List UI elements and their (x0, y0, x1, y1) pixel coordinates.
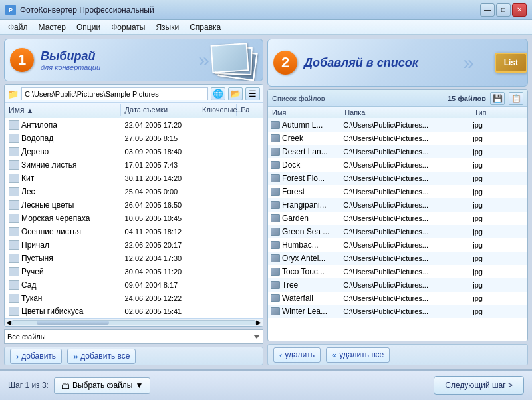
right-file-row[interactable]: Toco Touc... C:\Users\Public\Pictures...… (268, 265, 527, 278)
file-row[interactable]: Лес 25.04.2005 0:00 (5, 185, 263, 198)
right-file-header: Список файлов 15 файлов 💾 📋 (268, 90, 527, 107)
menu-languages[interactable]: Языки (150, 21, 184, 33)
right-file-row[interactable]: Humbac... C:\Users\Public\Pictures... jp… (268, 238, 527, 252)
file-date: 26.04.2005 16:50 (121, 200, 198, 210)
app-title: ФотоКонвертер Профессиональный (20, 5, 154, 15)
file-row[interactable]: Зимние листья 17.01.2005 7:43 (5, 158, 263, 172)
file-date: 25.04.2005 0:00 (121, 187, 198, 196)
file-misc (237, 271, 263, 272)
file-filter-select[interactable]: Все файлы*.jpg*.png*.bmp*.gif (4, 329, 263, 344)
file-row[interactable]: Цветы гибискуса 02.06.2005 15:41 (5, 305, 263, 318)
file-name: Тукан (21, 294, 42, 303)
right-col-name[interactable]: Имя (268, 107, 340, 118)
menu-formats[interactable]: Форматы (106, 21, 150, 33)
remove-all-label: удалить все (339, 350, 384, 359)
file-row[interactable]: Пустыня 12.02.2004 17:30 (5, 252, 263, 265)
file-row[interactable]: Кит 30.11.2005 14:20 (5, 172, 263, 185)
filter-row: Все файлы*.jpg*.png*.bmp*.gif (4, 329, 263, 344)
col-header-misc[interactable]: Ра (237, 104, 263, 116)
save-list-button[interactable]: 💾 (490, 92, 505, 105)
address-input[interactable] (21, 87, 208, 100)
right-file-row[interactable]: Winter Lea... C:\Users\Public\Pictures..… (268, 305, 527, 318)
right-file-row[interactable]: Forest C:\Users\Public\Pictures... jpg (268, 185, 527, 198)
file-icon (9, 200, 19, 210)
file-misc (237, 311, 263, 312)
file-row[interactable]: Лесные цветы 26.04.2005 16:50 (5, 198, 263, 212)
file-row[interactable]: Тукан 24.06.2005 12:22 (5, 292, 263, 305)
remove-all-button[interactable]: « удалить все (326, 347, 390, 363)
right-file-table[interactable]: Имя Папка Тип Autumn L... C:\Users\Publi… (268, 107, 527, 341)
right-file-type: jpg (470, 280, 527, 290)
file-misc (237, 138, 263, 139)
col-header-date[interactable]: Дата съемки (121, 104, 198, 116)
next-step-button[interactable]: Следующий шаг > (434, 376, 524, 395)
file-misc (237, 244, 263, 246)
right-file-row[interactable]: Creek C:\Users\Public\Pictures... jpg (268, 132, 527, 145)
right-col-folder[interactable]: Папка (340, 107, 470, 118)
file-count: 15 файлов (448, 95, 486, 102)
remove-button[interactable]: ‹ удалить (273, 347, 321, 363)
right-col-type[interactable]: Тип (470, 107, 527, 118)
file-misc (237, 191, 263, 192)
right-file-row[interactable]: Forest Flo... C:\Users\Public\Pictures..… (268, 172, 527, 185)
file-icon (9, 160, 19, 170)
add-label: добавить (21, 351, 56, 361)
right-file-row[interactable]: Garden C:\Users\Public\Pictures... jpg (268, 212, 527, 225)
menu-options[interactable]: Опции (71, 21, 106, 33)
file-name: Антилопа (21, 120, 57, 130)
right-file-row[interactable]: Autumn L... C:\Users\Public\Pictures... … (268, 118, 527, 132)
file-row[interactable]: Причал 22.06.2005 20:17 (5, 238, 263, 252)
file-row[interactable]: Водопад 27.05.2005 8:15 (5, 132, 263, 145)
folder-up-button[interactable]: 📂 (228, 87, 243, 100)
file-thumbnail (271, 281, 280, 289)
menu-file[interactable]: Файл (3, 21, 33, 33)
file-row[interactable]: Морская черепаха 10.05.2005 10:45 (5, 212, 263, 225)
file-row[interactable]: Сад 09.04.2004 8:17 (5, 278, 263, 292)
menu-help[interactable]: Справка (184, 21, 226, 33)
step-dropdown-button[interactable]: 🗃 Выбрать файлы ▼ (54, 377, 150, 394)
step2-number: 2 (273, 51, 297, 75)
add-all-button[interactable]: » добавить все (67, 349, 136, 364)
horizontal-scrollbar[interactable]: ◀ ▶ (5, 318, 263, 326)
right-file-row[interactable]: Tree C:\Users\Public\Pictures... jpg (268, 278, 527, 292)
view-button[interactable]: ☰ (245, 87, 260, 100)
maximize-button[interactable]: □ (496, 3, 511, 17)
file-row[interactable]: Осенние листья 04.11.2005 18:12 (5, 225, 263, 238)
right-file-name: Dock (282, 160, 300, 170)
right-file-type: jpg (470, 160, 527, 170)
file-row[interactable]: Ручей 30.04.2005 11:20 (5, 265, 263, 278)
col-header-name[interactable]: Имя ▲ (5, 104, 121, 116)
minimize-button[interactable]: — (480, 3, 495, 17)
right-file-type: jpg (470, 174, 527, 183)
file-list-scroll[interactable]: Антилопа 22.04.2005 17:20 Водопад 27.05.… (5, 118, 263, 318)
right-file-row[interactable]: Frangipani... C:\Users\Public\Pictures..… (268, 198, 527, 212)
right-file-name: Tree (282, 280, 298, 290)
right-file-row[interactable]: Dock C:\Users\Public\Pictures... jpg (268, 158, 527, 172)
right-file-row[interactable]: Desert Lan... C:\Users\Public\Pictures..… (268, 145, 527, 158)
add-all-icon: » (73, 351, 78, 361)
refresh-button[interactable]: 🌐 (211, 87, 225, 100)
right-file-type: jpg (470, 120, 527, 130)
scroll-track[interactable] (11, 320, 256, 325)
right-file-name: Frangipani... (282, 200, 327, 210)
right-file-type: jpg (470, 187, 527, 196)
file-keywords (198, 138, 237, 139)
right-action-row: ‹ удалить « удалить все (267, 344, 528, 365)
file-row[interactable]: Антилопа 22.04.2005 17:20 (5, 118, 263, 132)
file-row[interactable]: Дерево 03.09.2005 18:40 (5, 145, 263, 158)
right-file-folder: C:\Users\Public\Pictures... (340, 307, 470, 316)
right-file-row[interactable]: Green Sea ... C:\Users\Public\Pictures..… (268, 225, 527, 238)
add-button[interactable]: › добавить (10, 349, 62, 364)
right-file-row[interactable]: Waterfall C:\Users\Public\Pictures... jp… (268, 292, 527, 305)
menu-master[interactable]: Мастер (33, 21, 72, 33)
right-file-row[interactable]: Oryx Antel... C:\Users\Public\Pictures..… (268, 252, 527, 265)
col-header-keywords[interactable]: Ключевые... (198, 104, 237, 116)
close-button[interactable]: ✕ (512, 3, 527, 17)
file-misc (237, 258, 263, 259)
file-icon (9, 120, 19, 130)
right-file-type: jpg (470, 267, 527, 276)
right-file-folder: C:\Users\Public\Pictures... (340, 120, 470, 130)
scroll-thumb[interactable] (37, 321, 110, 325)
title-bar-left: P ФотоКонвертер Профессиональный (5, 5, 154, 15)
load-list-button[interactable]: 📋 (509, 92, 523, 105)
